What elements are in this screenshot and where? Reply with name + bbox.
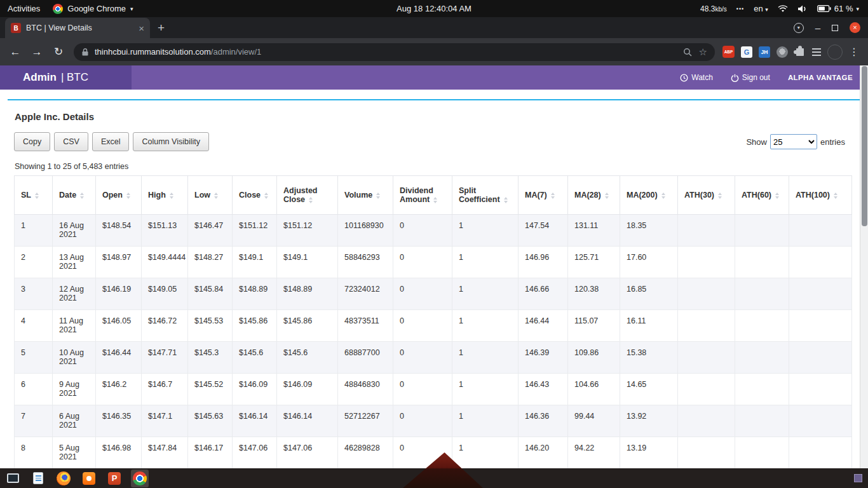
sort-icon bbox=[605, 193, 609, 199]
maximize-button[interactable] bbox=[832, 25, 838, 31]
column-header[interactable]: Split Coefficient bbox=[452, 176, 519, 215]
column-header[interactable]: Date bbox=[53, 176, 96, 215]
watch-link[interactable]: Watch bbox=[680, 73, 713, 82]
address-bar[interactable]: thinhcbui.rummanitsolution.com/admin/vie… bbox=[74, 43, 715, 61]
jh-extension-icon[interactable]: JH bbox=[759, 46, 770, 58]
tray-menu-icon[interactable]: ••• bbox=[736, 6, 744, 12]
column-header[interactable]: Dividend Amount bbox=[393, 176, 452, 215]
chrome-app-icon[interactable] bbox=[131, 470, 149, 487]
presentation-app-icon[interactable]: P bbox=[105, 470, 123, 487]
browser-menu-icon[interactable]: ⋮ bbox=[849, 47, 859, 57]
document-icon bbox=[33, 472, 43, 484]
topbar-left: Activities Google Chrome ▾ bbox=[0, 4, 133, 14]
extension-icon[interactable] bbox=[776, 46, 788, 58]
cell: 1 bbox=[452, 374, 519, 405]
show-desktop-icon[interactable] bbox=[854, 474, 862, 482]
app-menu[interactable]: Google Chrome ▾ bbox=[53, 4, 133, 14]
column-header[interactable]: SL bbox=[15, 176, 53, 215]
brand[interactable]: Admin | BTC bbox=[0, 65, 132, 90]
new-tab-button[interactable]: + bbox=[158, 22, 165, 34]
page-scrollbar[interactable] bbox=[860, 65, 868, 468]
translate-extension-icon[interactable]: G bbox=[741, 46, 752, 58]
activities-button[interactable]: Activities bbox=[8, 4, 40, 13]
cell: 1 bbox=[452, 342, 519, 374]
sort-icon bbox=[661, 193, 665, 199]
cell: 146.43 bbox=[519, 374, 568, 405]
dt-button-csv[interactable]: CSV bbox=[54, 132, 88, 151]
cell: 52712267 bbox=[338, 405, 393, 437]
cell: 18.35 bbox=[620, 215, 678, 247]
column-header[interactable]: MA(7) bbox=[519, 176, 568, 215]
cell: 3 bbox=[15, 278, 53, 310]
signout-link[interactable]: Sign out bbox=[731, 73, 770, 82]
column-header[interactable]: MA(28) bbox=[568, 176, 620, 215]
adblock-extension-icon[interactable]: ABP bbox=[722, 46, 735, 58]
tab-search-icon[interactable]: ▾ bbox=[794, 23, 804, 33]
column-header[interactable]: High bbox=[142, 176, 188, 215]
volume-icon[interactable] bbox=[797, 4, 808, 13]
cell bbox=[678, 342, 735, 374]
reload-button[interactable]: ↻ bbox=[50, 43, 67, 61]
clock[interactable]: Aug 18 12:40:04 AM bbox=[397, 4, 471, 13]
column-header[interactable]: Close bbox=[233, 176, 277, 215]
cell: 1 bbox=[452, 437, 519, 469]
orange-app-icon[interactable] bbox=[80, 470, 98, 487]
side-panel-icon[interactable] bbox=[812, 48, 821, 50]
column-header[interactable]: Low bbox=[188, 176, 233, 215]
profile-avatar[interactable] bbox=[827, 44, 843, 60]
cell: 10 Aug 2021 bbox=[53, 342, 96, 374]
cell: $146.72 bbox=[142, 310, 188, 342]
back-button[interactable]: ← bbox=[6, 43, 24, 61]
wifi-icon[interactable] bbox=[778, 5, 788, 13]
zoom-icon[interactable] bbox=[683, 48, 692, 57]
column-header[interactable]: ATH(30) bbox=[678, 176, 735, 215]
forward-button[interactable]: → bbox=[28, 43, 46, 61]
cell: 146.20 bbox=[519, 437, 568, 469]
battery-indicator[interactable]: 61 % ▾ bbox=[817, 4, 859, 13]
firefox-app-icon[interactable] bbox=[55, 470, 72, 487]
dt-button-copy[interactable]: Copy bbox=[14, 132, 50, 151]
tab-close-icon[interactable]: × bbox=[139, 24, 144, 33]
net-speed-indicator[interactable]: 48.3kb/s bbox=[700, 4, 727, 13]
column-label: SL bbox=[21, 191, 31, 200]
cell: 72324012 bbox=[338, 278, 393, 310]
chrome-icon bbox=[133, 471, 147, 485]
chevron-down-icon: ▾ bbox=[797, 25, 800, 30]
sort-icon bbox=[718, 193, 722, 199]
cell: 1 bbox=[452, 310, 519, 342]
chevron-down-icon: ▾ bbox=[130, 6, 133, 12]
column-header[interactable]: MA(200) bbox=[620, 176, 678, 215]
table-body: 116 Aug 2021$148.54$151.13$146.47$151.12… bbox=[15, 215, 852, 469]
dt-button-column-visibility[interactable]: Column Visibility bbox=[133, 132, 208, 151]
column-header[interactable]: Volume bbox=[338, 176, 393, 215]
window-controls: ▾ – × bbox=[794, 22, 868, 33]
table-controls: CopyCSVExcelColumn Visibility Show 25 en… bbox=[14, 132, 854, 151]
lock-icon[interactable] bbox=[81, 48, 89, 57]
cell: 16.11 bbox=[620, 310, 678, 342]
page-title: Apple Inc. Details bbox=[15, 111, 868, 122]
keyboard-layout-indicator[interactable]: en ▾ bbox=[754, 4, 768, 13]
files-app-icon[interactable] bbox=[4, 470, 22, 487]
cell: $151.13 bbox=[142, 215, 188, 247]
text-editor-app-icon[interactable] bbox=[29, 470, 47, 487]
cell: 5 bbox=[15, 342, 53, 374]
bookmark-star-icon[interactable]: ☆ bbox=[699, 47, 707, 57]
keyboard-layout-label: en bbox=[754, 4, 763, 13]
column-header[interactable]: Open bbox=[96, 176, 142, 215]
minimize-button[interactable]: – bbox=[815, 23, 820, 32]
column-header[interactable]: ATH(100) bbox=[789, 176, 852, 215]
cell: 16 Aug 2021 bbox=[53, 215, 96, 247]
dt-button-excel[interactable]: Excel bbox=[92, 132, 130, 151]
close-window-button[interactable]: × bbox=[850, 22, 860, 33]
cell: 6 bbox=[15, 374, 53, 405]
column-header[interactable]: ATH(60) bbox=[735, 176, 789, 215]
page-size-select[interactable]: 25 bbox=[770, 134, 817, 149]
scrollbar-thumb[interactable] bbox=[862, 66, 867, 226]
browser-tab[interactable]: B BTC | View Details × bbox=[5, 18, 150, 38]
column-header[interactable]: Adjusted Close bbox=[277, 176, 338, 215]
system-tray: 48.3kb/s ••• en ▾ 61 % ▾ bbox=[700, 4, 868, 13]
extensions-puzzle-icon[interactable] bbox=[796, 48, 804, 56]
cell: 13.92 bbox=[620, 405, 678, 437]
cell: $145.84 bbox=[188, 278, 233, 310]
sort-icon bbox=[775, 193, 779, 199]
